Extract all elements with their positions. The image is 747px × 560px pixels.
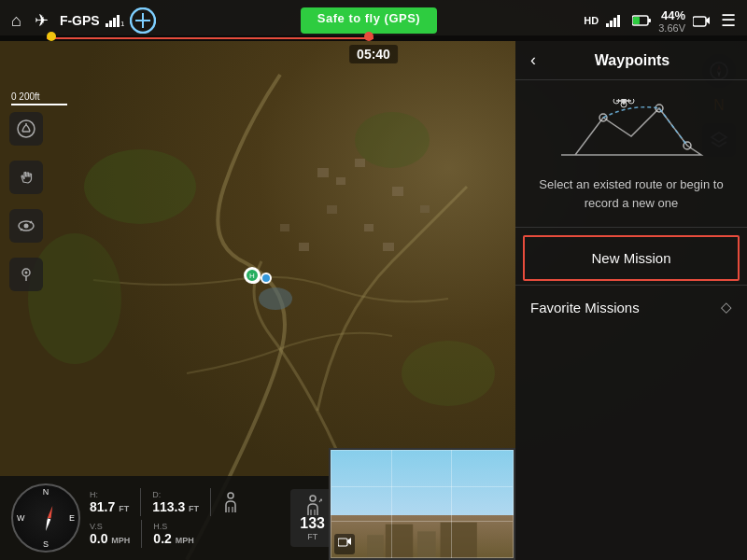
- wp-divider-1: [515, 227, 747, 228]
- svg-rect-5: [336, 177, 345, 185]
- signal-icon: 15: [106, 14, 124, 27]
- svg-rect-15: [106, 23, 108, 27]
- takeoff-button[interactable]: [9, 112, 43, 146]
- drone-id-label: F-GPS: [60, 13, 100, 28]
- hud-stats: H: 81.7 FT D: 113.3 FT: [90, 488, 281, 548]
- hud-horizontal-speed: H.S 0.2 MPH: [153, 522, 193, 546]
- svg-point-3: [402, 341, 495, 406]
- svg-rect-7: [392, 187, 403, 196]
- waypoints-description: Select an existed route or begin to reco…: [515, 175, 747, 227]
- cam-grid-v1: [391, 450, 392, 558]
- compass-w: W: [17, 513, 25, 523]
- svg-rect-28: [693, 17, 706, 26]
- svg-point-0: [84, 149, 196, 224]
- compass-n: N: [43, 487, 49, 497]
- svg-rect-6: [355, 159, 365, 167]
- favorite-icon: ◇: [721, 299, 732, 315]
- svg-rect-27: [633, 17, 640, 24]
- home-icon[interactable]: ⌂: [7, 9, 25, 33]
- waypoints-panel: ‹ Waypoints Select an existed: [515, 41, 747, 560]
- battery-icon: [632, 14, 651, 27]
- drone-position-green: H: [244, 267, 261, 284]
- favorite-missions-button[interactable]: Favorite Missions ◇: [515, 285, 747, 329]
- scale-line: [11, 104, 67, 105]
- svg-rect-26: [648, 19, 651, 22]
- svg-rect-16: [109, 21, 112, 27]
- svg-point-14: [259, 287, 292, 310]
- drone-icon: ✈: [31, 8, 52, 33]
- orbit-button[interactable]: [9, 209, 43, 243]
- svg-rect-23: [613, 18, 616, 27]
- drone-position-blue: [261, 273, 272, 284]
- left-sidebar: [9, 112, 43, 291]
- waypoints-illustration: [515, 80, 747, 175]
- waypoint-button[interactable]: [9, 258, 43, 291]
- svg-point-2: [355, 112, 430, 168]
- camera-grid: [331, 450, 514, 558]
- svg-rect-13: [383, 243, 394, 251]
- compass-e: E: [69, 513, 75, 523]
- drone-marker: H: [247, 271, 261, 284]
- gps-status-label: Safe to fly (GPS): [301, 7, 437, 34]
- video-signal-icon: [606, 14, 625, 27]
- svg-point-30: [18, 120, 35, 137]
- camera-icon: [693, 14, 710, 27]
- new-mission-button[interactable]: New Mission: [523, 235, 740, 281]
- svg-rect-8: [420, 205, 430, 213]
- waypoint-mode-icon[interactable]: [130, 7, 156, 34]
- svg-point-43: [310, 496, 316, 501]
- svg-rect-17: [113, 18, 116, 27]
- hud-row-bottom: V.S 0.0 MPH H.S 0.2 MPH: [90, 520, 281, 548]
- hud-distance: D: 113.3 FT: [152, 490, 199, 514]
- hud-person-icon: [222, 492, 239, 512]
- svg-rect-12: [280, 224, 289, 231]
- compass-s: S: [43, 539, 49, 549]
- camera-switch-icon[interactable]: [334, 534, 355, 554]
- menu-icon[interactable]: ☰: [717, 8, 740, 33]
- waypoints-header: ‹ Waypoints: [515, 41, 747, 80]
- svg-point-34: [24, 224, 29, 229]
- svg-rect-24: [617, 15, 620, 27]
- hud-divider-1: [140, 488, 141, 516]
- scale-bar: 0 200ft: [11, 91, 67, 105]
- hand-icon-button[interactable]: [9, 161, 43, 194]
- camera-preview[interactable]: [329, 448, 515, 560]
- hud-divider-2: [210, 488, 211, 516]
- svg-point-40: [228, 493, 233, 498]
- svg-rect-21: [606, 23, 609, 27]
- top-right-controls: HD 44% 3.66V ☰: [584, 8, 740, 34]
- svg-rect-4: [317, 168, 329, 177]
- svg-marker-51: [347, 538, 351, 545]
- svg-rect-22: [610, 21, 613, 27]
- altitude-person-icon: [303, 495, 322, 515]
- svg-rect-18: [117, 15, 120, 27]
- svg-rect-50: [338, 539, 347, 546]
- svg-rect-10: [364, 224, 374, 231]
- hud-divider-3: [141, 520, 142, 548]
- hud-altitude-display: 133 FT: [290, 489, 334, 547]
- svg-rect-61: [621, 99, 627, 104]
- hud-altitude: H: 81.7 FT: [90, 490, 129, 514]
- waypoints-title: Waypoints: [547, 52, 736, 69]
- svg-rect-11: [299, 243, 309, 251]
- hud-vertical-speed: V.S 0.0 MPH: [90, 522, 130, 546]
- hud-row-top: H: 81.7 FT D: 113.3 FT: [90, 488, 281, 516]
- flight-timer: 05:40: [349, 45, 398, 63]
- svg-rect-9: [327, 205, 337, 214]
- svg-text:15: 15: [120, 20, 124, 27]
- flight-hud: N E S W H: 81.7 FT D: 113.3: [0, 476, 345, 560]
- route-bar: [0, 35, 747, 41]
- cam-grid-v2: [451, 450, 452, 558]
- compass-hud: N E S W: [11, 483, 80, 553]
- battery-info: 44% 3.66V: [658, 8, 685, 34]
- svg-point-36: [25, 272, 28, 274]
- hd-label: HD: [584, 15, 599, 26]
- waypoints-back-button[interactable]: ‹: [527, 50, 540, 70]
- waypoints-diagram: [557, 99, 706, 164]
